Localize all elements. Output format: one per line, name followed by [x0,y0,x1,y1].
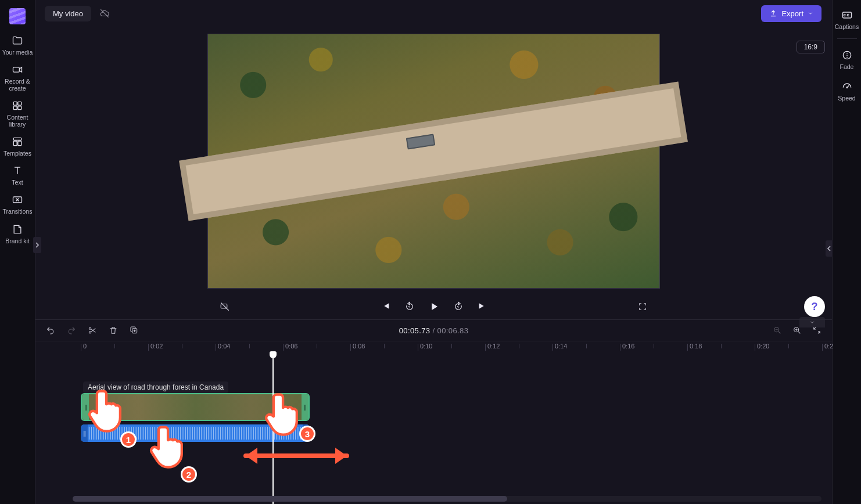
rightbar-item-label: Fade [840,63,854,70]
main-area: My video Export 16:9 [35,0,832,504]
sidebar-right: Captions Fade Speed [832,0,861,504]
ruler-label: 0:02 [150,343,163,350]
svg-text:5: 5 [457,305,458,309]
duplicate-icon[interactable] [130,326,139,335]
audio-trim-handle-left[interactable]: ‖ [81,424,88,442]
sidebar-item-label: Text [12,179,23,186]
split-icon[interactable] [88,326,97,335]
player-controls: 5 5 [207,295,660,318]
timeline-toolbar: 00:05.73 / 00:06.83 [35,320,832,341]
clip-title-tooltip: Aerial view of road through forest in Ca… [83,381,228,393]
timeline-time-display: 00:05.73 / 00:06.83 [399,326,469,335]
sidebar-item-label: Your media [2,49,33,56]
templates-icon [0,136,35,147]
rightbar-item-fade[interactable]: Fade [833,46,861,74]
redo-icon [67,326,76,335]
topbar: My video Export [35,0,832,27]
text-icon [0,165,35,177]
svg-point-20 [846,87,848,88]
sidebar-item-label: Content library [7,114,28,128]
sidebar-item-label: Templates [3,150,31,157]
forward-5-icon[interactable]: 5 [453,301,464,312]
upload-icon [769,9,777,17]
timeline-ruler[interactable]: 0 0:020:040:060:080:100:120:140:160:180:… [35,341,832,357]
tutorial-badge-2: 2 [181,466,197,483]
ruler-label: 0:08 [353,343,365,350]
library-icon [0,100,35,111]
project-title-input[interactable]: My video [45,6,91,21]
fullscreen-icon[interactable] [638,302,647,311]
delete-icon[interactable] [109,326,118,335]
video-preview[interactable] [207,34,660,289]
sidebar-left: Your media Record & create Content libra… [0,0,35,504]
svg-text:5: 5 [408,305,410,309]
sidebar-item-record-create[interactable]: Record & create [0,60,35,96]
video-clip[interactable]: ‖ ‖ [81,393,310,421]
sidebar-item-templates[interactable]: Templates [0,132,35,161]
preview-area: 16:9 5 5 ? [35,27,832,319]
ruler-label: 0:2 [824,343,833,350]
svg-rect-2 [18,102,21,106]
sidebar-item-your-media[interactable]: Your media [0,31,35,60]
ruler-label: 0:14 [555,343,567,350]
ruler-label: 0:18 [690,343,702,350]
svg-rect-6 [13,141,17,146]
export-label: Export [781,9,803,18]
tutorial-drag-arrow [235,444,357,467]
svg-rect-5 [13,138,21,141]
svg-rect-1 [13,102,17,106]
help-button[interactable]: ? [804,296,825,317]
svg-rect-0 [13,67,20,72]
skip-forward-icon[interactable] [478,301,487,312]
zoom-in-icon[interactable] [792,326,802,335]
ruler-label: 0 [83,343,87,350]
ruler-label: 0:12 [487,343,500,350]
app-logo[interactable] [9,8,26,24]
fade-icon [833,49,861,61]
cloud-sync-off-icon[interactable] [99,8,110,19]
sidebar-item-label: Record & create [5,78,30,92]
ruler-label: 0:06 [285,343,297,350]
camera-icon [0,64,35,75]
total-duration: 00:06.83 [437,326,469,335]
sidebar-item-transitions[interactable]: Transitions [0,190,35,219]
speed-icon [833,81,861,92]
rightbar-item-label: Captions [835,23,859,30]
svg-rect-4 [18,106,21,110]
timeline-hscroll-thumb[interactable] [73,496,507,502]
svg-rect-3 [13,106,17,110]
right-panel-expand-handle[interactable] [826,240,833,257]
timeline-panel: 00:05.73 / 00:06.83 0 0:020:040:060:080:… [35,319,832,504]
rightbar-item-label: Speed [838,95,855,102]
rightbar-item-captions[interactable]: Captions [833,6,861,34]
playhead[interactable] [272,357,274,504]
clip-trim-handle-left[interactable]: ‖ [82,394,89,420]
rewind-5-icon[interactable]: 5 [404,301,415,312]
current-time: 00:05.73 [399,326,430,335]
audio-trim-handle-right[interactable]: ‖ [303,424,310,442]
folder-icon [0,35,35,46]
timeline-hscrollbar[interactable] [73,496,821,502]
ruler-label: 0:16 [622,343,634,350]
sidebar-item-label: Transitions [3,208,33,215]
aspect-ratio-button[interactable]: 16:9 [797,41,825,53]
clip-trim-handle-right[interactable]: ‖ [302,394,308,420]
ruler-label: 0:20 [757,343,769,350]
skip-back-icon[interactable] [381,301,390,312]
play-icon[interactable] [429,301,439,312]
export-button[interactable]: Export [761,5,821,22]
sidebar-item-brand-kit[interactable]: Brand kit [0,220,35,249]
timeline-tracks[interactable]: Aerial view of road through forest in Ca… [35,357,832,504]
ruler-label: 0:04 [218,343,230,350]
rightbar-item-speed[interactable]: Speed [833,77,861,105]
audio-clip[interactable]: ‖ ‖ [81,424,310,442]
chevron-down-icon [808,10,813,16]
brand-kit-icon [0,224,35,235]
undo-icon[interactable] [46,326,55,335]
svg-rect-7 [18,141,21,146]
sidebar-item-content-library[interactable]: Content library [0,96,35,132]
sidebar-item-text[interactable]: Text [0,161,35,190]
sidebar-item-label: Brand kit [5,237,29,244]
fit-timeline-icon[interactable] [812,326,821,335]
hide-preview-icon[interactable] [220,301,230,312]
